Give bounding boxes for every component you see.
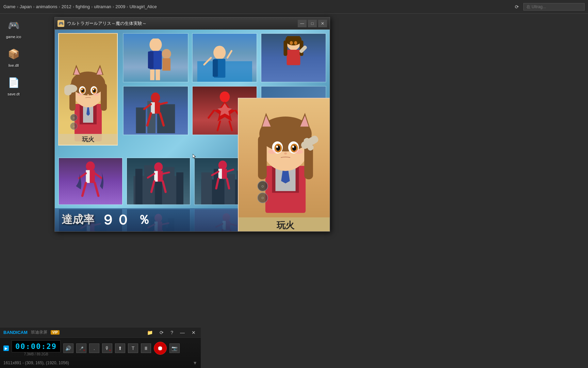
svg-rect-95 bbox=[218, 169, 222, 179]
bandicam-minimize-btn[interactable]: — bbox=[178, 329, 186, 336]
svg-line-42 bbox=[227, 51, 231, 58]
svg-point-19 bbox=[81, 89, 83, 90]
stop-record-btn[interactable]: ⏺ bbox=[154, 342, 167, 355]
svg-point-93 bbox=[218, 160, 227, 170]
svg-point-30 bbox=[149, 39, 162, 51]
timer-display: 00:00:29 bbox=[12, 340, 61, 352]
svg-rect-89 bbox=[201, 172, 212, 204]
live-dll-icon[interactable]: 📦 live.dll bbox=[3, 46, 24, 67]
bandicam-folder-btn[interactable]: 📁 bbox=[145, 329, 154, 336]
address-bar: Game › Japan › animations › 2012 › fight… bbox=[0, 0, 588, 14]
svg-rect-40 bbox=[213, 60, 218, 77]
popup-label: 玩火 bbox=[239, 217, 330, 231]
svg-point-156 bbox=[295, 150, 303, 154]
svg-text:○: ○ bbox=[72, 124, 75, 128]
close-button[interactable]: ✕ bbox=[318, 20, 327, 27]
thumb-ultra-stand[interactable] bbox=[58, 157, 123, 205]
game-icon-label: game.ico bbox=[6, 35, 21, 39]
window-title: ウルトラガールアリス～魔の生体実験～ bbox=[67, 20, 295, 27]
svg-point-23 bbox=[94, 93, 99, 96]
window-icon: 🎮 bbox=[58, 20, 64, 27]
svg-rect-32 bbox=[148, 51, 153, 68]
svg-rect-77 bbox=[144, 165, 153, 204]
bandicam-titlebar: BANDICAM 班迪录屏 VIP 📁 ⟳ ? — ✕ bbox=[0, 327, 201, 338]
svg-point-38 bbox=[213, 46, 226, 59]
thumb-pool-scene[interactable] bbox=[192, 33, 258, 82]
thumb-pool-inner bbox=[193, 34, 257, 82]
svg-rect-51 bbox=[136, 107, 146, 134]
breadcrumb-2009[interactable]: 2009 bbox=[115, 4, 125, 9]
live-dll-label: live.dll bbox=[9, 63, 19, 67]
svg-point-54 bbox=[151, 92, 160, 103]
file-size: 7.3MB / 89.2GB bbox=[24, 352, 48, 356]
window-titlebar: 🎮 ウルトラガールアリス～魔の生体実験～ — □ ✕ bbox=[55, 17, 330, 30]
mute-btn[interactable]: 🎤✕ bbox=[76, 343, 86, 353]
svg-point-20 bbox=[93, 89, 94, 90]
vip-badge: VIP bbox=[51, 330, 60, 335]
svg-rect-80 bbox=[176, 172, 183, 204]
minimize-button[interactable]: — bbox=[298, 20, 307, 27]
svg-point-35 bbox=[162, 49, 171, 59]
game-icon[interactable]: 🎮 game.ico bbox=[3, 17, 24, 39]
game-content: ○ ○ 玩火 bbox=[55, 30, 330, 231]
svg-line-67 bbox=[229, 121, 232, 130]
desktop-icons: 🎮 game.ico 📦 live.dll 📄 save.dt bbox=[3, 17, 24, 96]
breadcrumb-ultragirl[interactable]: Ultragirl_Alice bbox=[129, 4, 157, 9]
svg-point-21 bbox=[87, 94, 89, 95]
bandicam-subtitle: 班迪录屏 bbox=[31, 329, 47, 335]
window-controls: — □ ✕ bbox=[298, 20, 327, 27]
svg-rect-25 bbox=[64, 85, 72, 95]
status-label: 達成率 bbox=[62, 212, 94, 227]
live-dll-icon-image: 📦 bbox=[5, 46, 22, 62]
popup-portrait[interactable]: ○ ○ 玩火 bbox=[238, 98, 330, 231]
svg-line-64 bbox=[208, 110, 214, 118]
bandicam-logo: BANDICAM bbox=[3, 330, 28, 335]
bandicam-bar: BANDICAM 班迪录屏 VIP 📁 ⟳ ? — ✕ ▶ 00:00:29 7… bbox=[0, 327, 201, 368]
svg-point-6 bbox=[71, 72, 105, 95]
breadcrumb-ultraman[interactable]: ultraman bbox=[94, 4, 111, 9]
breadcrumb-japan[interactable]: Japan bbox=[20, 4, 32, 9]
thumb-kick-scene[interactable] bbox=[123, 86, 189, 135]
svg-line-72 bbox=[95, 183, 98, 196]
screenshot-btn[interactable]: 📷 bbox=[169, 343, 180, 353]
search-input[interactable] bbox=[523, 3, 585, 11]
pause-btn[interactable]: ⏸ bbox=[141, 343, 151, 353]
bandicam-controls: ▶ 00:00:29 7.3MB / 89.2GB 🔊 🎤✕ . 🎙✕ ⬆ T … bbox=[0, 338, 201, 359]
char-portrait-svg: ○ ○ bbox=[61, 56, 115, 145]
maximize-button[interactable]: □ bbox=[308, 20, 317, 27]
refresh-button[interactable]: ⟳ bbox=[513, 3, 521, 10]
char-portrait-inner: ○ ○ 玩火 bbox=[59, 34, 117, 145]
expand-btn[interactable]: ▼ bbox=[193, 360, 197, 366]
svg-point-154 bbox=[284, 152, 287, 154]
svg-rect-34 bbox=[156, 70, 160, 80]
svg-text:○: ○ bbox=[261, 184, 264, 189]
text-btn[interactable]: T bbox=[128, 343, 138, 353]
thumb-ultra-city1-inner bbox=[127, 158, 190, 204]
thumb-ultra-city1[interactable] bbox=[126, 157, 191, 205]
popup-portrait-inner: ○ ○ 玩火 bbox=[239, 98, 330, 231]
svg-line-74 bbox=[95, 173, 102, 178]
breadcrumb-2012[interactable]: 2012 bbox=[62, 4, 71, 9]
thumb-char-salute[interactable] bbox=[261, 33, 326, 82]
svg-text:○: ○ bbox=[72, 116, 75, 120]
breadcrumb-game[interactable]: Game bbox=[3, 4, 15, 9]
thumb-swimsuit-scene bbox=[124, 34, 188, 82]
svg-rect-36 bbox=[162, 58, 170, 71]
mic-btn[interactable]: . bbox=[89, 343, 99, 353]
bandicam-help-btn[interactable]: ? bbox=[169, 329, 175, 336]
svg-line-71 bbox=[82, 183, 86, 196]
char-portrait-left[interactable]: ○ ○ 玩火 bbox=[58, 33, 118, 145]
thumb-swimsuit[interactable] bbox=[123, 33, 189, 82]
cursor-btn[interactable]: ⬆ bbox=[115, 343, 125, 353]
breadcrumb-animations[interactable]: animations bbox=[36, 4, 58, 9]
popup-char-svg: ○ ○ bbox=[239, 98, 330, 213]
audio-btn[interactable]: 🔊 bbox=[63, 343, 74, 353]
desktop: Game › Japan › animations › 2012 › fight… bbox=[0, 0, 588, 368]
address-bar-controls: ⟳ bbox=[513, 3, 585, 11]
breadcrumb-fighting[interactable]: fighting bbox=[76, 4, 90, 9]
save-dt-icon[interactable]: 📄 save.dt bbox=[3, 74, 24, 96]
mic-mute-btn[interactable]: 🎙✕ bbox=[102, 343, 112, 353]
bandicam-close-btn[interactable]: ✕ bbox=[190, 329, 197, 336]
bandicam-refresh-btn[interactable]: ⟳ bbox=[158, 329, 165, 336]
svg-line-66 bbox=[217, 121, 220, 130]
